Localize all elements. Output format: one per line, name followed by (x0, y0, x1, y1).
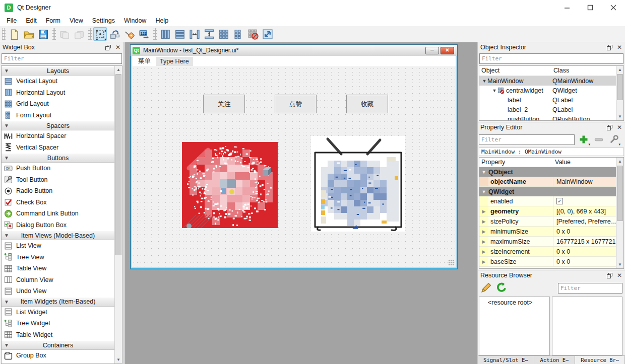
scroll-up-icon[interactable]: ▲ (616, 66, 623, 74)
toolbar-grip[interactable] (2, 28, 6, 40)
expand-arrow-icon[interactable]: ▶ (479, 227, 488, 236)
form-menu-type-here[interactable]: Type Here (156, 57, 193, 66)
layout-vertical-button[interactable] (173, 27, 186, 41)
widget-item-table-view[interactable]: Table View (2, 263, 114, 274)
form-image-tv[interactable] (311, 136, 405, 232)
property-group-qwidget[interactable]: ▼QWidget (479, 187, 616, 196)
close-panel-icon[interactable]: ✕ (115, 44, 121, 50)
float-panel-icon[interactable] (606, 124, 612, 130)
property-row-maximumSize[interactable]: ▶maximumSize16777215 x 16777215 (479, 237, 616, 247)
close-panel-icon[interactable]: ✕ (616, 124, 622, 130)
form-canvas[interactable]: 关注点赞收藏 (132, 67, 456, 267)
widget-item-table-widget[interactable]: Table Widget (2, 329, 114, 341)
menu-view[interactable]: View (65, 16, 88, 25)
edit-tab-order-button[interactable]: 123 (137, 27, 151, 41)
edit-signals-slots-button[interactable] (108, 27, 121, 41)
object-tree-row-label[interactable]: labelQLabel (479, 95, 623, 105)
form-minimize-button[interactable]: ─ (425, 47, 439, 54)
object-tree-row-label_2[interactable]: label_2QLabel (479, 105, 623, 114)
layout-horizontal-button[interactable] (158, 27, 172, 41)
form-resize-grip[interactable] (448, 260, 454, 266)
form-push-button-1[interactable]: 点赞 (275, 95, 317, 113)
property-table-scrollbar[interactable]: ▲ ▼ (616, 158, 623, 268)
property-column-header[interactable]: Property (479, 158, 553, 167)
menu-edit[interactable]: Edit (21, 16, 41, 25)
property-row-sizePolicy[interactable]: ▶sizePolicy[Preferred, Preferre… (479, 216, 616, 227)
edit-widgets-button[interactable] (93, 27, 107, 41)
adjust-size-button[interactable] (261, 27, 274, 41)
menu-settings[interactable]: Settings (88, 16, 119, 25)
form-close-button[interactable]: ✕ (441, 47, 454, 54)
close-button[interactable] (602, 0, 625, 15)
widget-box-filter-input[interactable] (2, 53, 122, 64)
property-group-qobject[interactable]: ▼QObject (479, 167, 616, 177)
resource-filter-input[interactable] (558, 283, 622, 294)
object-inspector-filter-input[interactable] (479, 53, 623, 64)
widget-item-vertical-layout[interactable]: Vertical Layout (2, 76, 114, 87)
property-row-sizeIncrement[interactable]: ▶sizeIncrement0 x 0 (479, 247, 616, 257)
widget-item-radio-button[interactable]: Radio Button (2, 185, 114, 197)
widget-box-category-layouts[interactable]: ▼Layouts (2, 66, 114, 76)
widget-item-undo-view[interactable]: Undo View (2, 285, 114, 297)
widget-item-form-layout[interactable]: Form Layout (2, 110, 114, 121)
close-panel-icon[interactable]: ✕ (616, 272, 622, 278)
widget-item-horizontal-spacer[interactable]: Horizontal Spacer (2, 130, 114, 142)
close-panel-icon[interactable]: ✕ (616, 44, 622, 50)
expand-arrow-icon[interactable]: ▶ (479, 257, 488, 266)
expand-arrow-icon[interactable]: ▶ (479, 247, 488, 256)
enabled-checkbox[interactable]: ✓ (556, 198, 563, 204)
widget-item-tree-widget[interactable]: Tree Widget (2, 318, 114, 329)
new-file-button[interactable] (7, 27, 21, 41)
form-menu-item[interactable]: 菜单 (134, 56, 155, 66)
expand-arrow-icon[interactable]: ▶ (479, 237, 488, 246)
resource-tree[interactable]: <resource root> (479, 297, 550, 355)
menu-help[interactable]: Help (151, 16, 173, 25)
widget-box-scrollbar[interactable]: ▲ ▼ (114, 66, 122, 363)
widget-item-tree-view[interactable]: Tree View (2, 252, 114, 263)
dock-tab-2[interactable]: Resource Br⋯ (575, 356, 625, 364)
toolbar-grip[interactable] (153, 28, 157, 40)
scroll-up-icon[interactable]: ▲ (115, 66, 122, 74)
remove-dynamic-property-button[interactable] (593, 133, 605, 145)
scroll-down-icon[interactable]: ▼ (616, 113, 623, 120)
widget-item-horizontal-layout[interactable]: Horizontal Layout (2, 87, 114, 99)
value-column-header[interactable]: Value (553, 158, 616, 167)
widget-box-category-containers[interactable]: ▼Containers (2, 340, 114, 350)
form-image-red-flower[interactable] (182, 142, 278, 228)
toolbar-grip[interactable] (52, 28, 56, 40)
edit-resources-button[interactable] (481, 282, 492, 295)
widget-item-group-box[interactable]: Group Box (2, 350, 114, 361)
minimize-button[interactable] (555, 0, 579, 15)
reload-resources-button[interactable] (496, 282, 507, 295)
chevron-down-icon[interactable]: ▼ (491, 88, 497, 93)
property-filter-input[interactable] (479, 134, 575, 145)
property-row-objectName[interactable]: objectNameMainWindow (479, 177, 616, 187)
save-file-button[interactable] (36, 27, 50, 41)
scroll-down-icon[interactable]: ▼ (616, 261, 623, 268)
resource-root-item[interactable]: <resource root> (488, 299, 532, 306)
widget-item-grid-layout[interactable]: Grid Layout (2, 98, 114, 110)
object-tree-row-centralwidget[interactable]: ▼centralwidgetQWidget (479, 86, 623, 95)
class-column-header[interactable]: Class (551, 66, 623, 76)
widget-item-column-view[interactable]: Column View (2, 274, 114, 286)
menu-file[interactable]: File (2, 16, 21, 25)
maximize-button[interactable] (579, 0, 602, 15)
scroll-up-icon[interactable]: ▲ (616, 158, 623, 165)
float-panel-icon[interactable] (105, 44, 111, 50)
expand-arrow-icon[interactable]: ▶ (479, 216, 488, 226)
float-panel-icon[interactable] (606, 272, 612, 278)
expand-arrow-icon[interactable]: ▶ (479, 206, 488, 216)
form-window-titlebar[interactable]: Qt MainWindow - test_Qt_Designer.ui* ─ ✕ (131, 45, 457, 56)
resource-file-list[interactable] (552, 297, 622, 355)
property-row-minimumSize[interactable]: ▶minimumSize0 x 0 (479, 227, 616, 237)
widget-item-push-button[interactable]: OKPush Button (2, 163, 114, 174)
layout-splitter-horizontal-button[interactable] (188, 27, 201, 41)
widget-box-category-spacers[interactable]: ▼Spacers (2, 121, 114, 130)
layout-form-button[interactable] (231, 27, 245, 41)
object-tree-row-MainWindow[interactable]: ▼MainWindowQMainWindow (479, 76, 623, 86)
widget-item-list-widget[interactable]: List Widget (2, 307, 114, 318)
menu-window[interactable]: Window (119, 16, 151, 25)
property-row-enabled[interactable]: enabled✓ (479, 196, 616, 206)
object-column-header[interactable]: Object (479, 66, 551, 76)
widget-item-dialog-button-box[interactable]: Dialog Button Box (2, 220, 114, 231)
